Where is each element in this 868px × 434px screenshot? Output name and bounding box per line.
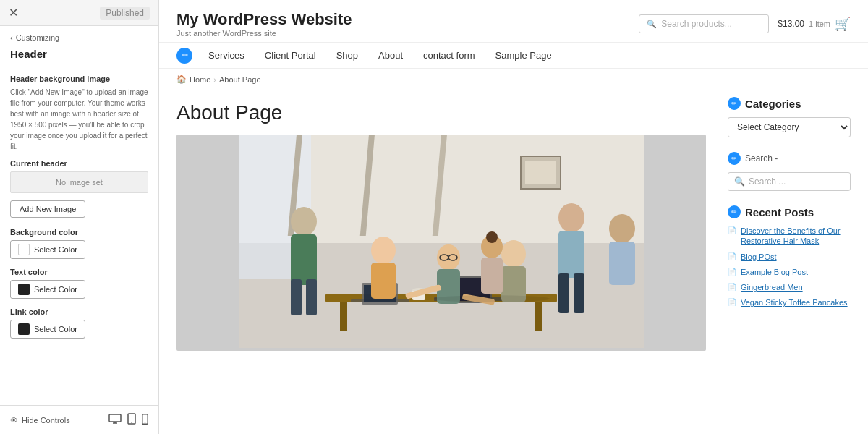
site-branding: My WordPress Website Just another WordPr… (176, 10, 352, 38)
search-edit-icon[interactable]: ✏ (728, 152, 741, 165)
main-preview-area: My WordPress Website Just another WordPr… (159, 0, 868, 434)
nav-item-services[interactable]: Services (200, 43, 253, 68)
cart-icon[interactable]: 🛒 (835, 16, 851, 32)
category-select[interactable]: Select Category (728, 117, 851, 137)
text-color-label: Text color (10, 268, 148, 276)
svg-rect-14 (525, 161, 556, 184)
nav-item-sample-page[interactable]: Sample Page (487, 43, 561, 68)
search-widget-header: ✏ Search - (728, 152, 851, 165)
link-select-color-label: Select Color (34, 325, 77, 333)
breadcrumb-home[interactable]: Home (190, 75, 210, 84)
sidebar-search-box[interactable]: 🔍 Search ... (728, 172, 851, 191)
svg-point-37 (501, 240, 526, 268)
search-icon: 🔍 (647, 20, 657, 29)
link-color-swatch (18, 323, 30, 335)
current-header-label: Current header (10, 159, 148, 168)
site-nav: ✏ Services Client Portal Shop About cont… (159, 43, 868, 69)
site-tagline: Just another WordPress site (176, 29, 352, 38)
text-color-select-button[interactable]: Select Color (10, 280, 85, 299)
recent-post-link-1[interactable]: Discover the Benefits of Our Restorative… (741, 226, 851, 247)
svg-rect-28 (291, 279, 302, 315)
home-icon: 🏠 (176, 75, 187, 84)
sidebar-search-icon: 🔍 (734, 176, 745, 187)
breadcrumb-current: About Page (219, 75, 261, 84)
list-item: 📄 Blog POst (728, 252, 851, 262)
recent-post-link-2[interactable]: Blog POst (741, 252, 777, 262)
list-item: 📄 Vegan Sticky Toffee Pancakes (728, 297, 851, 307)
list-item: 📄 Example Blog Post (728, 267, 851, 277)
tablet-preview-button[interactable] (127, 413, 136, 427)
svg-rect-41 (558, 273, 569, 313)
svg-rect-27 (291, 234, 317, 285)
link-color-row: Link color Select Color (10, 307, 148, 339)
nav-item-shop[interactable]: Shop (328, 43, 367, 68)
link-color-label: Link color (10, 307, 148, 316)
published-label: Published (100, 7, 150, 20)
svg-point-50 (434, 295, 550, 302)
add-image-button[interactable]: Add New Image (10, 200, 85, 218)
svg-rect-44 (609, 242, 635, 285)
sidebar-search-placeholder: Search ... (749, 176, 786, 187)
panel-footer: 👁 Hide Controls (0, 405, 158, 434)
recent-post-link-4[interactable]: Gingerbread Men (741, 282, 803, 292)
svg-rect-47 (481, 258, 503, 294)
list-item: 📄 Gingerbread Men (728, 282, 851, 292)
svg-point-46 (486, 231, 498, 243)
hide-controls-label: Hide Controls (22, 416, 70, 425)
recent-posts-widget-header: ✏ Recent Posts (728, 205, 851, 218)
recent-posts-list: 📄 Discover the Benefits of Our Restorati… (728, 226, 851, 308)
breadcrumb-separator: › (213, 75, 216, 84)
svg-rect-16 (340, 302, 347, 331)
product-search-box[interactable]: 🔍 Search products... (639, 14, 769, 33)
svg-point-30 (371, 237, 396, 264)
preview-icons (109, 413, 148, 427)
page-body: About Page (159, 90, 868, 434)
search-label: Search - (745, 153, 778, 163)
nav-item-client-portal[interactable]: Client Portal (256, 43, 325, 68)
svg-point-43 (609, 214, 635, 243)
site-header: My WordPress Website Just another WordPr… (159, 0, 868, 43)
text-color-swatch (18, 284, 30, 295)
bg-color-select-button[interactable]: Select Color (10, 240, 85, 259)
bg-image-heading: Header background image (10, 75, 148, 83)
search-placeholder-text: Search products... (661, 19, 731, 29)
recent-post-link-3[interactable]: Example Blog Post (741, 267, 808, 277)
back-icon: ‹ (10, 33, 13, 42)
nav-item-about[interactable]: About (370, 43, 412, 68)
bg-color-row: Background color Select Color (10, 228, 148, 259)
link-color-select-button[interactable]: Select Color (10, 320, 85, 339)
list-item: 📄 Discover the Benefits of Our Restorati… (728, 226, 851, 247)
nav-item-contact[interactable]: contact form (414, 43, 484, 68)
page-image-svg (176, 135, 706, 348)
svg-point-4 (131, 422, 132, 423)
bg-select-color-label: Select Color (34, 245, 77, 254)
text-select-color-label: Select Color (34, 285, 77, 294)
svg-rect-40 (558, 231, 584, 278)
post-icon: 📄 (728, 252, 736, 260)
main-content: About Page (176, 90, 728, 420)
site-header-right: 🔍 Search products... $13.00 1 item 🛒 (639, 14, 851, 33)
categories-edit-icon[interactable]: ✏ (728, 97, 741, 110)
back-button[interactable]: ‹ Customizing (10, 33, 59, 42)
recent-post-link-5[interactable]: Vegan Sticky Toffee Pancakes (741, 297, 848, 307)
panel-content: Header background image Click "Add New I… (0, 67, 158, 405)
page-title: About Page (176, 101, 706, 124)
svg-rect-29 (306, 279, 317, 315)
text-color-row: Text color Select Color (10, 268, 148, 299)
desktop-preview-button[interactable] (109, 413, 122, 427)
recent-posts-widget: ✏ Recent Posts 📄 Discover the Benefits o… (728, 205, 851, 308)
svg-point-6 (145, 422, 145, 422)
close-button[interactable]: ✕ (9, 6, 18, 20)
hide-controls-button[interactable]: 👁 Hide Controls (10, 416, 70, 425)
recent-posts-title: Recent Posts (745, 206, 814, 218)
recent-posts-edit-icon[interactable]: ✏ (728, 205, 741, 218)
nav-edit-icon[interactable]: ✏ (176, 48, 192, 64)
categories-widget-header: ✏ Categories (728, 97, 851, 110)
cart-price: $13.00 (778, 19, 804, 29)
svg-rect-31 (371, 263, 396, 299)
post-icon: 📄 (728, 268, 736, 276)
mobile-preview-button[interactable] (142, 413, 148, 427)
panel-top-bar: ✕ Published (0, 0, 158, 26)
cart-count: 1 item (809, 20, 830, 28)
categories-widget: ✏ Categories Select Category (728, 97, 851, 137)
